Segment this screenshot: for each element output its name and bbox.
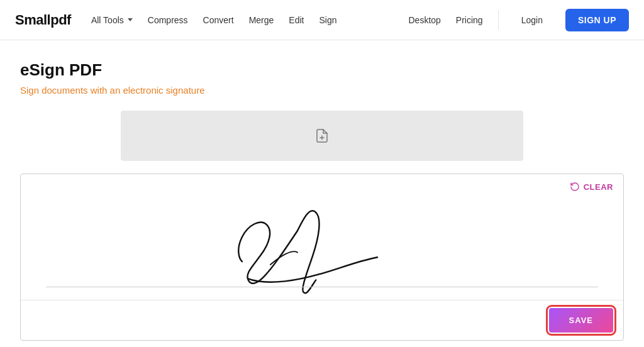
nav-right: Desktop Pricing Login SIGN UP — [409, 9, 630, 31]
nav-item-compress[interactable]: Compress — [148, 15, 188, 25]
page-subtitle: Sign documents with an electronic signat… — [20, 85, 624, 96]
signature-drawing — [21, 174, 623, 300]
signup-button[interactable]: SIGN UP — [565, 9, 629, 31]
file-upload-icon — [314, 128, 330, 143]
logo[interactable]: Smallpdf — [15, 12, 71, 28]
nav-item-edit[interactable]: Edit — [289, 15, 304, 25]
nav-divider — [498, 10, 499, 30]
save-area: SAVE — [21, 300, 623, 340]
nav-item-merge[interactable]: Merge — [249, 15, 274, 25]
login-button[interactable]: Login — [514, 11, 550, 29]
main-content: eSign PDF Sign documents with an electro… — [0, 40, 644, 347]
page-title: eSign PDF — [20, 60, 624, 80]
nav-item-pricing[interactable]: Pricing — [456, 15, 483, 25]
signature-canvas[interactable] — [21, 174, 623, 300]
signature-container: CLEAR SAVE — [20, 174, 624, 341]
nav-item-convert[interactable]: Convert — [203, 15, 234, 25]
chevron-down-icon — [128, 18, 133, 21]
nav-item-desktop[interactable]: Desktop — [409, 15, 441, 25]
nav-left: All Tools Compress Convert Merge Edit Si… — [91, 15, 409, 25]
header: Smallpdf All Tools Compress Convert Merg… — [0, 0, 644, 40]
nav-item-all-tools[interactable]: All Tools — [91, 15, 133, 25]
save-button[interactable]: SAVE — [549, 308, 613, 333]
signature-baseline — [46, 287, 598, 287]
nav-item-sign[interactable]: Sign — [319, 15, 336, 25]
upload-area[interactable] — [121, 111, 523, 161]
